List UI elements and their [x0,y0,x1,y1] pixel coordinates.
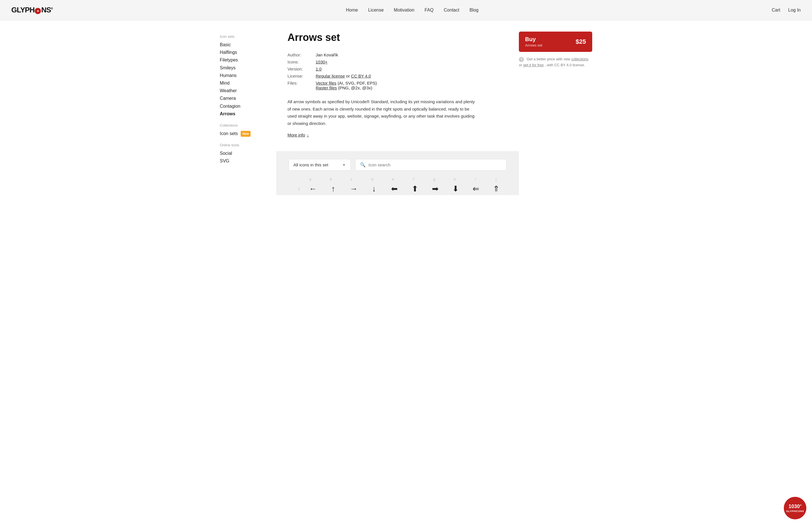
icon-cell-1b[interactable]: ↑ [323,183,343,195]
nav-right: Cart Log In [772,7,801,13]
sidebar-item-mind[interactable]: Mind [220,79,276,87]
nav-license[interactable]: License [368,7,384,13]
sidebar-item-camera[interactable]: Camera [220,94,276,102]
icon-cell-1j[interactable]: ⇑ [486,182,506,195]
nav-contact[interactable]: Contact [444,7,459,13]
help-icon: ? [519,57,524,62]
icons-link[interactable]: 1030+ [316,60,328,64]
alpha-j: j [486,177,506,181]
meta-row-files: Files: Vector files (AI, SVG, PDF, EPS) … [287,81,507,90]
icon-browser: All icons in this set ▼ 🔍 a b c d e f g … [276,151,519,195]
meta-value-version: 1.0 [316,66,322,71]
main-content: Arrows set Author: Jan Kovařík Icons: 10… [276,32,519,195]
logo-icon: + [35,8,41,14]
meta-label-version: Version: [287,66,316,71]
alpha-f: f [403,177,424,181]
meta-row-icons: Icons: 1030+ [287,60,507,64]
icon-browser-controls: All icons in this set ▼ 🔍 [283,159,512,170]
nav-blog[interactable]: Blog [470,7,478,13]
cc-license-link[interactable]: CC BY 4.0 [351,74,371,78]
sidebar-item-arrows[interactable]: Arrows [220,110,276,118]
buy-button[interactable]: Buy Arrows set $25 [519,32,592,52]
meta-label-files: Files: [287,81,316,90]
new-badge: New [241,131,251,137]
alpha-h: h [444,177,465,181]
filter-dropdown[interactable]: All icons in this set ▼ [289,159,351,170]
meta-table: Author: Jan Kovařík Icons: 1030+ Version… [287,52,507,90]
meta-label-icons: Icons: [287,60,316,64]
sidebar-item-basic[interactable]: Basic [220,41,276,48]
nav-login[interactable]: Log In [788,7,801,13]
buy-subtitle: Arrows set [525,43,542,47]
page-title: Arrows set [287,32,507,43]
search-input[interactable] [368,162,502,167]
sidebar-section-collections: Collections [220,123,276,127]
meta-label-author: Author: [287,52,316,57]
alpha-g: g [424,177,444,181]
icon-cell-1f[interactable]: ⬆ [404,182,425,195]
chevron-down-icon: ▼ [342,163,346,167]
icon-cell-1c[interactable]: → [343,183,364,195]
page-layout: Icon sets Basic Halflings Filetypes Smil… [208,20,604,195]
meta-value-files: Vector files (AI, SVG, PDF, EPS) Raster … [316,81,377,90]
nav-faq[interactable]: FAQ [425,7,434,13]
meta-label-license: License: [287,74,316,78]
sidebar-item-humans[interactable]: Humans [220,72,276,79]
icon-cell-1a[interactable]: ← [303,183,323,195]
product-description: All arrow symbols as specified by Unicod… [287,98,479,127]
logo[interactable]: GLYPH+NS® [11,6,53,14]
sidebar-item-weather[interactable]: Weather [220,87,276,94]
sidebar-section-icon-sets: Icon sets [220,34,276,39]
meta-row-author: Author: Jan Kovařík [287,52,507,57]
raster-files-link[interactable]: Raster files [316,86,337,90]
search-icon: 🔍 [360,162,366,167]
alpha-e: e [383,177,403,181]
alpha-i: i [465,177,486,181]
meta-value-license: Regular license or CC BY 4.0 [316,74,371,78]
more-info-link[interactable]: More info ↓ [287,133,309,137]
sidebar-item-halflings[interactable]: Halflings [220,48,276,56]
sidebar-item-contagion[interactable]: Contagion [220,102,276,110]
alpha-c: c [341,177,362,181]
sidebar-item-svg[interactable]: SVG [220,157,276,165]
vector-files-link[interactable]: Vector files [316,81,336,86]
buy-panel: Buy Arrows set $25 ? Get a better price … [519,32,592,195]
search-box: 🔍 [355,159,506,170]
header: GLYPH+NS® Home License Motivation FAQ Co… [0,0,812,20]
sidebar-item-smileys[interactable]: Smileys [220,64,276,72]
buy-price: $25 [576,38,586,45]
alpha-a: a [300,177,321,181]
nav-cart[interactable]: Cart [772,7,780,13]
meta-value-author: Jan Kovařík [316,52,338,57]
meta-row-version: Version: 1.0 [287,66,507,71]
alpha-d: d [362,177,383,181]
nav-motivation[interactable]: Motivation [394,7,414,13]
sidebar-item-filetypes[interactable]: Filetypes [220,56,276,64]
sidebar-item-social[interactable]: Social [220,149,276,157]
sidebar: Icon sets Basic Halflings Filetypes Smil… [220,32,276,195]
sidebar-section-online-tools: Online tools [220,143,276,147]
regular-license-link[interactable]: Regular license [316,74,345,78]
icon-row-1: 1 ← ↑ → ↓ ⬅ ⬆ ➡ ⬇ ⇐ ⇑ [283,182,512,195]
icon-cell-1g[interactable]: ➡ [425,182,445,195]
collections-link[interactable]: collections [571,57,589,61]
version-link[interactable]: 1.0 [316,66,322,71]
price-info: ? Get a better price with new collection… [519,56,592,68]
icon-cell-1h[interactable]: ⬇ [445,182,466,195]
nav-home[interactable]: Home [346,7,358,13]
get-free-link[interactable]: get it for free [523,63,544,67]
arrow-down-icon: ↓ [307,133,309,137]
meta-value-icons: 1030+ [316,60,328,64]
main-nav: Home License Motivation FAQ Contact Blog [346,7,478,13]
meta-row-license: License: Regular license or CC BY 4.0 [287,74,507,78]
icon-cell-1d[interactable]: ↓ [364,183,384,195]
icon-alpha-row: a b c d e f g h i j [283,177,512,181]
alpha-b: b [321,177,341,181]
icon-cell-1i[interactable]: ⇐ [466,182,486,195]
row-number-1: 1 [289,187,300,191]
sidebar-item-icon-sets[interactable]: Icon sets New [220,130,276,137]
buy-label: Buy [525,36,542,43]
icon-cell-1e[interactable]: ⬅ [384,182,404,195]
